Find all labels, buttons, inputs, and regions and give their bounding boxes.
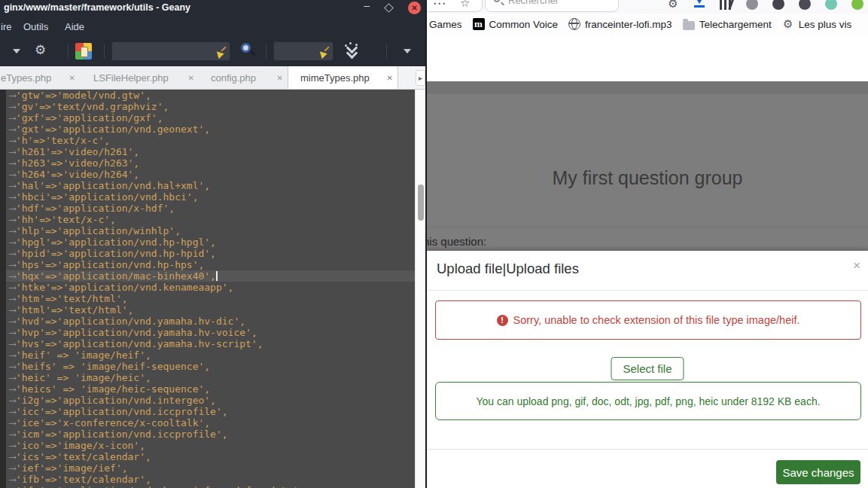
geany-window: ginx/www/master/framework/utils - Geany … xyxy=(0,0,425,488)
code-line[interactable]: ⟶'heics' => 'image/heic-sequence', xyxy=(0,383,415,395)
extension-4-icon[interactable] xyxy=(825,0,837,10)
extension-2-icon[interactable] xyxy=(772,0,784,10)
code-line[interactable]: ⟶'heif' => 'image/heif', xyxy=(0,349,415,361)
code-line[interactable]: ⟶'ics'=>'text/calendar', xyxy=(0,451,415,462)
restore-button[interactable] xyxy=(384,3,394,13)
code-text: 'heics' => 'image/heic-sequence', xyxy=(16,383,210,395)
code-line[interactable]: ⟶'h263'=>'video/h263', xyxy=(0,157,415,169)
indent-marker-icon: ⟶ xyxy=(10,225,16,236)
extensions-gear-icon[interactable]: ⚙ xyxy=(667,0,679,10)
page-actions-icon[interactable]: ⋯ xyxy=(433,0,446,11)
code-line[interactable]: ⟶'ifb'=>'text/calendar', xyxy=(0,474,415,485)
save-changes-button[interactable]: Save changes xyxy=(776,460,860,484)
indent-marker-icon: ⟶ xyxy=(10,112,16,124)
code-line[interactable]: ⟶'hvd'=>'application/vnd.yamaha.hv-dic', xyxy=(0,316,415,327)
tab-scroll-right-icon[interactable]: ▸ xyxy=(416,70,425,86)
code-line[interactable]: ⟶'gtw'=>'model/vnd.gtw', xyxy=(0,90,415,101)
dimmed-navbar xyxy=(427,81,868,94)
code-text: 'h263'=>'video/h263', xyxy=(16,157,139,169)
code-line[interactable]: ⟶'gxf'=>'application/gxf', xyxy=(0,112,415,124)
folder-icon xyxy=(683,21,695,30)
toolbar-dropdown-caret-icon[interactable] xyxy=(13,49,20,53)
code-area[interactable]: ⟶'gtw'=>'model/vnd.gtw',⟶'gv'=>'text/vnd… xyxy=(0,90,415,488)
code-line[interactable]: ⟶'hal'=>'application/vnd.hal+xml', xyxy=(0,180,415,191)
code-line[interactable]: ⟶'hvs'=>'application/vnd.yamaha.hv-scrip… xyxy=(0,338,415,349)
toolbar-dropdown-caret-icon[interactable] xyxy=(404,49,411,53)
tab-close-icon[interactable]: ✕ xyxy=(63,74,75,82)
bookmark-common-voice[interactable]: mCommon Voice xyxy=(473,18,559,30)
code-text: 'html'=>'text/html', xyxy=(16,304,134,316)
code-text: 'i2g'=>'application/vnd.intergeo', xyxy=(16,395,216,406)
code-line[interactable]: ⟶'hvp'=>'application/vnd.yamaha.hv-voice… xyxy=(0,327,415,338)
code-line[interactable]: ⟶'hbci'=>'application/vnd.hbci', xyxy=(0,191,415,203)
code-line[interactable]: ⟶'h261'=>'video/h261', xyxy=(0,146,415,157)
tab-close-icon[interactable]: ✕ xyxy=(182,74,194,82)
indent-marker-icon: ⟶ xyxy=(10,101,16,112)
code-line[interactable]: ⟶'hqx'=>'application/mac-binhex40', xyxy=(0,270,415,282)
code-line[interactable]: ⟶'h264'=>'video/h264', xyxy=(0,169,415,180)
minimize-button[interactable]: – xyxy=(364,0,370,11)
code-line[interactable]: ⟶'gxt'=>'application/vnd.geonext', xyxy=(0,124,415,135)
goto-line-input[interactable] xyxy=(273,41,333,61)
code-line[interactable]: ⟶'ief'=>'image/ief', xyxy=(0,462,415,474)
code-line[interactable]: ⟶'ice'=>'x-conference/x-cooltalk', xyxy=(0,417,415,429)
extension-1-icon[interactable] xyxy=(746,0,758,10)
editor-scrollbar[interactable] xyxy=(415,90,425,488)
tab-close-icon[interactable]: ✕ xyxy=(271,74,283,82)
indent-marker-icon: ⟶ xyxy=(10,203,16,214)
build-icon[interactable]: ⚙ xyxy=(35,42,46,59)
library-icon[interactable] xyxy=(720,0,732,10)
code-line[interactable]: ⟶'hpid'=>'application/vnd.hp-hpid', xyxy=(0,248,415,259)
menu-item-aide[interactable]: Aide xyxy=(65,17,84,36)
modal-close-icon[interactable]: × xyxy=(853,258,860,273)
jump-dot xyxy=(355,44,358,46)
search-input[interactable] xyxy=(111,41,230,61)
color-chooser-icon[interactable] xyxy=(75,43,92,59)
indent-marker-icon: ⟶ xyxy=(10,372,16,383)
bookmark-les-plus-vis[interactable]: ⚙Les plus vis xyxy=(782,18,852,30)
indent-marker-icon: ⟶ xyxy=(10,248,16,259)
text-cursor xyxy=(216,271,218,281)
code-line[interactable]: ⟶'html'=>'text/html', xyxy=(0,304,415,316)
bookmark-star-icon[interactable]: ☆ xyxy=(460,0,470,10)
editor-tab-mimeTypes-php[interactable]: mimeTypes.php✕ xyxy=(288,66,398,89)
search-bar[interactable]: Rechercher xyxy=(485,0,619,12)
editor-tab-config-php[interactable]: config.php✕ xyxy=(199,66,288,89)
extension-3-icon[interactable] xyxy=(799,0,811,10)
code-line[interactable]: ⟶'ico'=>'image/x-icon', xyxy=(0,440,415,451)
bookmark-games[interactable]: Games xyxy=(429,19,462,30)
code-line[interactable]: ⟶'hlp'=>'application/winhlp', xyxy=(0,225,415,236)
editor-tab-LSFileHelper-php[interactable]: LSFileHelper.php✕ xyxy=(80,66,199,89)
close-button[interactable]: ✕ xyxy=(408,2,421,14)
code-line[interactable]: ⟶'i2g'=>'application/vnd.intergeo', xyxy=(0,395,415,406)
code-line[interactable]: ⟶'htm'=>'text/html', xyxy=(0,293,415,304)
bookmark-franceinter-lofi-mp3[interactable]: franceinter-lofi.mp3 xyxy=(568,18,672,30)
search-icon[interactable] xyxy=(241,43,251,53)
menu-item-outils[interactable]: Outils xyxy=(23,17,48,36)
clear-icon[interactable] xyxy=(318,46,329,57)
code-line[interactable]: ⟶'heifs' => 'image/heif-sequence', xyxy=(0,361,415,372)
menu-item-truncated[interactable]: ire xyxy=(1,17,11,36)
select-file-button[interactable]: Select file xyxy=(611,357,684,380)
clear-icon[interactable] xyxy=(215,46,226,57)
code-line[interactable]: ⟶'heic' => 'image/heic', xyxy=(0,372,415,383)
extension-5-icon[interactable] xyxy=(851,0,863,10)
code-line[interactable]: ⟶'hpgl'=>'application/vnd.hp-hpgl', xyxy=(0,236,415,248)
code-line[interactable]: ⟶'ifm'=>'application/vnd.shana.informed.… xyxy=(0,485,415,488)
code-line[interactable]: ⟶'icc'=>'application/vnd.iccprofile', xyxy=(0,406,415,417)
code-line[interactable]: ⟶'hdf'=>'application/x-hdf', xyxy=(0,203,415,214)
toolbar-separator xyxy=(104,44,105,59)
code-line[interactable]: ⟶'icm'=>'application/vnd.iccprofile', xyxy=(0,429,415,440)
code-line[interactable]: ⟶'gv'=>'text/vnd.graphviz', xyxy=(0,101,415,112)
download-icon[interactable] xyxy=(693,0,705,10)
code-line[interactable]: ⟶'hps'=>'application/vnd.hp-hps', xyxy=(0,259,415,270)
tab-close-icon[interactable]: ✕ xyxy=(381,74,393,82)
code-text: 'ifm'=>'application/vnd.shana.informed.f… xyxy=(16,485,305,488)
scrollbar-thumb[interactable] xyxy=(418,185,424,221)
editor-tab-eTypes-php[interactable]: eTypes.php✕ xyxy=(0,66,80,89)
code-line[interactable]: ⟶'h'=>'text/x-c', xyxy=(0,135,415,146)
bookmark-telechargement[interactable]: Telechargement xyxy=(683,19,772,30)
code-line[interactable]: ⟶'htke'=>'application/vnd.kenameaapp', xyxy=(0,282,415,293)
code-line[interactable]: ⟶'hh'=>'text/x-c', xyxy=(0,214,415,225)
geany-titlebar[interactable]: ginx/www/master/framework/utils - Geany … xyxy=(0,0,425,17)
